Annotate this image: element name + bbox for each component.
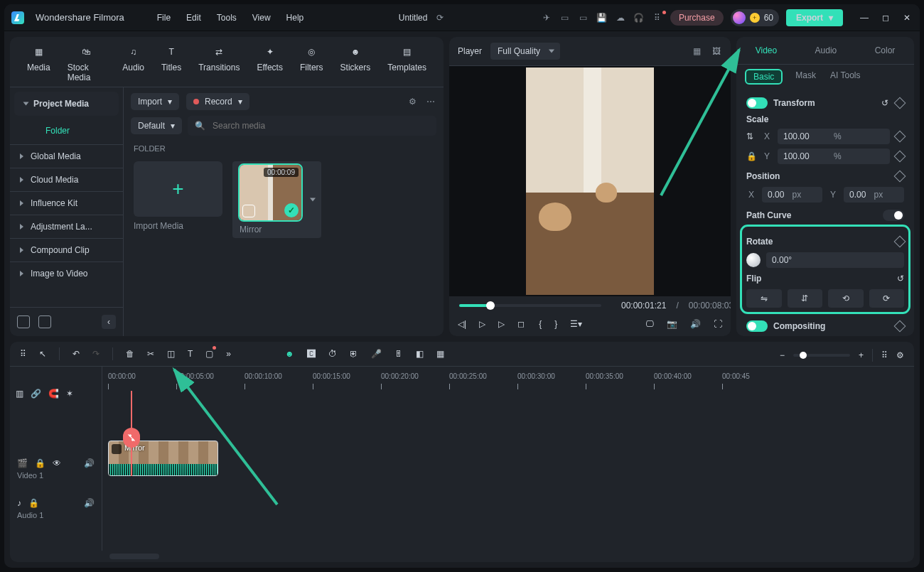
transform-toggle[interactable]: [746, 97, 768, 109]
keyframe-scaley-icon[interactable]: [894, 151, 906, 163]
timeline-view-icon[interactable]: ⠿: [881, 350, 888, 360]
keyframe-position-icon[interactable]: [894, 171, 906, 183]
link-icon[interactable]: ⇅: [746, 131, 756, 141]
tl-magnet-icon[interactable]: 🧲: [48, 389, 59, 399]
rotate-input[interactable]: 0.00°: [766, 252, 904, 268]
keyframe-compositing-icon[interactable]: [894, 320, 906, 333]
apps-icon[interactable]: ⠿: [652, 12, 663, 23]
grid-view-icon[interactable]: ▦: [691, 45, 702, 57]
delete-icon[interactable]: 🗑: [126, 349, 134, 359]
tab-stickers[interactable]: ☻Stickers: [340, 44, 371, 82]
mark-in-icon[interactable]: {: [539, 319, 542, 329]
tl-link-icon[interactable]: 🔗: [31, 389, 41, 399]
inspector-tab-color[interactable]: Color: [871, 43, 900, 58]
color-icon[interactable]: ◧: [416, 349, 424, 359]
zoom-out-icon[interactable]: −: [780, 350, 785, 360]
tab-effects[interactable]: ✦Effects: [257, 44, 282, 82]
search-field[interactable]: [211, 120, 429, 131]
sync-icon[interactable]: ⟳: [434, 12, 446, 23]
record-button[interactable]: Record▾: [186, 93, 249, 110]
tab-filters[interactable]: ◎Filters: [300, 44, 323, 82]
reset-transform-icon[interactable]: ↺: [881, 98, 888, 108]
credits-pill[interactable]: + 60: [731, 9, 779, 26]
keyframe-transform-icon[interactable]: [894, 97, 906, 109]
sidenav-adjustment-layer[interactable]: Adjustment La...: [10, 215, 123, 238]
more-icon[interactable]: ⋯: [425, 96, 436, 107]
text-icon[interactable]: T: [188, 349, 193, 359]
tab-titles[interactable]: TTitles: [161, 44, 181, 82]
new-bin-icon[interactable]: [17, 315, 30, 328]
menu-edit[interactable]: Edit: [186, 13, 201, 23]
undo-icon[interactable]: ↶: [72, 349, 80, 359]
import-button[interactable]: Import▾: [131, 93, 179, 110]
subtab-mask[interactable]: Mask: [795, 70, 816, 83]
tab-stock-media[interactable]: 🛍Stock Media: [68, 44, 106, 82]
pos-y-input[interactable]: 0.00px: [844, 187, 904, 203]
flip-vertical-button[interactable]: ⇵: [788, 289, 823, 308]
inspector-tab-video[interactable]: Video: [751, 43, 781, 58]
redo-icon[interactable]: ↷: [92, 349, 100, 359]
track-head-video[interactable]: 🎬🔒👁🔊 Video 1: [10, 449, 102, 489]
tl-pointer-icon[interactable]: ↖: [39, 349, 46, 359]
snapshot-icon[interactable]: 📷: [667, 319, 677, 329]
scrub-track[interactable]: [459, 304, 601, 307]
scale-y-input[interactable]: 100.00%: [778, 149, 890, 164]
subtitle-icon[interactable]: 🅲: [307, 349, 316, 359]
zoom-slider[interactable]: [793, 354, 850, 357]
fullscreen-icon[interactable]: ⛶: [714, 319, 722, 329]
sidenav-cloud-media[interactable]: Cloud Media: [10, 168, 123, 191]
shield-icon[interactable]: ⛨: [350, 349, 358, 359]
maximize-icon[interactable]: ◻: [880, 12, 891, 23]
clip-mirror-tile[interactable]: 00:00:09 ✓ Mirror: [232, 161, 321, 238]
image-view-icon[interactable]: 🖼: [711, 45, 722, 57]
timeline-scrollbar[interactable]: [109, 554, 159, 559]
speed-icon[interactable]: ⏱: [328, 349, 337, 359]
tl-layout-icon[interactable]: ▥: [16, 389, 23, 399]
subtab-basic[interactable]: Basic: [746, 70, 781, 83]
close-icon[interactable]: ✕: [901, 12, 913, 23]
play-icon[interactable]: ▷: [498, 319, 505, 329]
playhead[interactable]: [131, 391, 132, 476]
volume-icon[interactable]: 🔊: [690, 319, 701, 329]
import-media-tile[interactable]: + Import Media: [134, 161, 222, 238]
pathcurve-toggle[interactable]: [883, 210, 904, 221]
preview-canvas[interactable]: [449, 66, 731, 296]
sidenav-folder[interactable]: Folder: [10, 120, 123, 144]
ai-icon[interactable]: ☻: [285, 349, 294, 359]
sidenav-project-media[interactable]: Project Media: [14, 92, 119, 116]
filter-icon[interactable]: ⚙: [407, 96, 418, 107]
keyframe-rotate-icon[interactable]: [894, 236, 906, 248]
sidenav-compound-clip[interactable]: Compound Clip: [10, 238, 123, 261]
marker-icon[interactable]: ▢: [205, 349, 213, 359]
timeline-settings-icon[interactable]: ⚙: [896, 350, 904, 360]
crop-icon[interactable]: ◫: [167, 349, 175, 359]
quality-select[interactable]: Full Quality: [490, 43, 560, 60]
menu-tools[interactable]: Tools: [217, 13, 237, 23]
tl-apps-icon[interactable]: ⠿: [20, 349, 26, 359]
play-back-icon[interactable]: ▷: [479, 319, 485, 329]
collapse-sidenav-icon[interactable]: ‹: [102, 315, 116, 329]
search-input[interactable]: 🔍: [188, 116, 436, 136]
sort-select[interactable]: Default▾: [131, 117, 182, 134]
track-head-audio[interactable]: ♪🔒🔊 Audio 1: [10, 489, 102, 529]
cloud-icon[interactable]: ☁: [615, 12, 626, 23]
sidenav-global-media[interactable]: Global Media: [10, 144, 123, 168]
sidenav-image-to-video[interactable]: Image to Video: [10, 261, 123, 285]
rotate-knob[interactable]: [746, 253, 761, 267]
audio-mix-icon[interactable]: 🎚: [394, 349, 403, 359]
display-icon[interactable]: 🖵: [645, 319, 654, 329]
rotate-cw-button[interactable]: ⟲: [828, 289, 864, 308]
prev-frame-icon[interactable]: ◁|: [458, 319, 466, 329]
pos-x-input[interactable]: 0.00px: [762, 187, 822, 203]
subtab-ai-tools[interactable]: AI Tools: [830, 70, 860, 83]
tab-templates[interactable]: ▤Templates: [387, 44, 426, 82]
new-folder-icon[interactable]: [38, 315, 51, 328]
menu-view[interactable]: View: [252, 13, 271, 23]
tab-media[interactable]: ▦Media: [27, 44, 50, 82]
stop-icon[interactable]: ◻: [517, 319, 525, 329]
compositing-toggle[interactable]: [746, 320, 768, 332]
expand-icon[interactable]: »: [226, 349, 231, 359]
timeline-clip-mirror[interactable]: Mirror: [108, 441, 218, 476]
playhead-scissors-icon[interactable]: [123, 428, 140, 448]
screen-icon[interactable]: ▭: [578, 12, 589, 23]
